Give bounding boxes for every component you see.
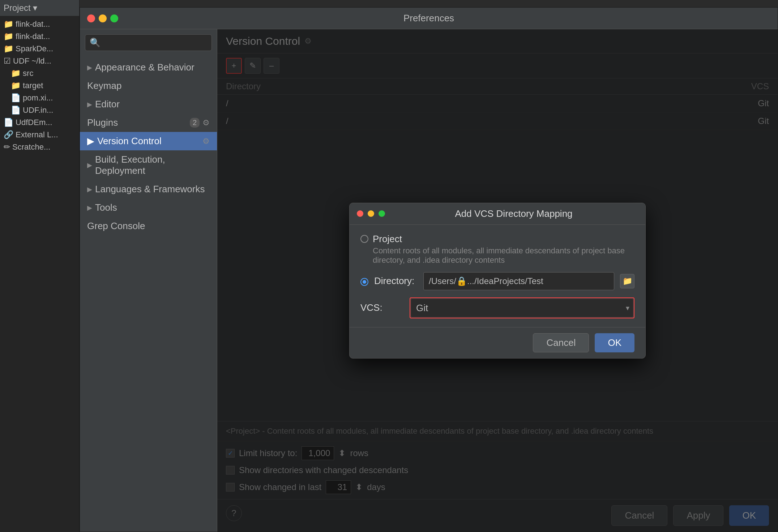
prefs-main: Version Control ⚙ + ✎ – Directory <box>217 29 778 532</box>
dialog-minimize[interactable] <box>368 210 374 217</box>
folder-icon: 📁 <box>623 276 632 286</box>
traffic-lights <box>87 14 118 22</box>
sidebar-item-label: Editor <box>95 99 120 110</box>
vcs-dropdown[interactable]: Git GitHub SVN Mercurial CVS <box>411 299 633 317</box>
dialog-ok-button[interactable]: OK <box>595 333 634 352</box>
sidebar-item-label: Build, Execution, Deployment <box>95 154 210 176</box>
list-item[interactable]: 📄 pom.xi... <box>0 92 79 104</box>
project-radio[interactable] <box>360 235 368 243</box>
close-button[interactable] <box>87 14 95 22</box>
list-item[interactable]: 📄 UDF.in... <box>0 104 79 116</box>
chevron-down-icon: ▾ <box>33 3 37 13</box>
vcs-label: VCS: <box>360 302 404 313</box>
directory-input[interactable] <box>423 272 614 290</box>
sidebar-item-keymap[interactable]: Keymap <box>80 77 217 95</box>
vcs-select-container: Git GitHub SVN Mercurial CVS ▾ <box>410 297 634 318</box>
project-sidebar: Project ▾ 📁 flink-dat... 📁 flink-dat... … <box>0 0 80 532</box>
directory-field-row: Directory: 📁 <box>360 272 634 290</box>
dialog-close[interactable] <box>357 210 363 217</box>
dialog-body: Project Content roots of all modules, al… <box>350 225 645 327</box>
dialog-cancel-button[interactable]: Cancel <box>533 333 589 352</box>
directory-radio[interactable] <box>360 278 368 286</box>
sidebar-item-languages[interactable]: Languages & Frameworks <box>80 180 217 198</box>
sidebar-item-appearance[interactable]: Appearance & Behavior <box>80 58 217 77</box>
sidebar-item-label: Tools <box>95 202 117 213</box>
project-description: Content roots of all modules, all immedi… <box>373 246 634 265</box>
sidebar-item-label: Appearance & Behavior <box>95 62 194 73</box>
list-item[interactable]: 📁 target <box>0 80 79 92</box>
settings-icon: ⚙ <box>202 137 210 146</box>
list-item[interactable]: ✏ Scratche... <box>0 141 79 153</box>
dialog-title: Add VCS Directory Mapping <box>389 208 638 219</box>
preferences-window: Preferences Appearance & Behavior Keymap… <box>80 7 778 532</box>
list-item[interactable]: 📄 UdfDEm... <box>0 116 79 129</box>
project-radio-option: Project Content roots of all modules, al… <box>360 233 634 265</box>
add-vcs-dialog: Add VCS Directory Mapping Project Conten… <box>349 203 646 359</box>
project-option-content: Project Content roots of all modules, al… <box>373 233 634 265</box>
sidebar-item-label: Plugins <box>87 117 118 128</box>
prefs-title: Preferences <box>403 13 454 23</box>
sidebar-item-plugins[interactable]: Plugins 2 ⚙ <box>80 113 217 132</box>
prefs-nav: Appearance & Behavior Keymap Editor Plug… <box>80 56 217 532</box>
prefs-body: Appearance & Behavior Keymap Editor Plug… <box>80 29 778 532</box>
sidebar-item-label: Grep Console <box>87 220 145 232</box>
list-item[interactable]: 🔗 External L... <box>0 129 79 141</box>
project-label: Project <box>373 233 634 245</box>
minimize-button[interactable] <box>99 14 107 22</box>
browse-button[interactable]: 📁 <box>620 274 634 288</box>
prefs-titlebar: Preferences <box>80 8 778 29</box>
dialog-titlebar: Add VCS Directory Mapping <box>350 203 645 225</box>
prefs-sidebar: Appearance & Behavior Keymap Editor Plug… <box>80 29 217 532</box>
ide-background: Project ▾ 📁 flink-dat... 📁 flink-dat... … <box>0 0 778 532</box>
expand-icon: ▶ <box>87 136 94 147</box>
directory-label: Directory: <box>374 275 418 287</box>
list-item[interactable]: 📁 src <box>0 67 79 80</box>
dialog-maximize[interactable] <box>379 210 385 217</box>
sidebar-item-tools[interactable]: Tools <box>80 198 217 217</box>
list-item[interactable]: 📁 SparkDe... <box>0 43 79 55</box>
dialog-footer: Cancel OK <box>350 327 645 358</box>
project-header: Project ▾ <box>0 0 79 16</box>
list-item[interactable]: 📁 flink-dat... <box>0 18 79 30</box>
sidebar-item-label: Languages & Frameworks <box>95 184 205 195</box>
list-item[interactable]: ☑ UDF ~/ld... <box>0 55 79 67</box>
list-item[interactable]: 📁 flink-dat... <box>0 30 79 43</box>
maximize-button[interactable] <box>110 14 118 22</box>
plugins-badge: 2 <box>190 118 200 128</box>
sidebar-item-version-control[interactable]: ▶ Version Control ⚙ <box>80 132 217 150</box>
sidebar-item-label: Version Control <box>97 136 162 147</box>
sidebar-item-build[interactable]: Build, Execution, Deployment <box>80 150 217 180</box>
search-container <box>80 29 217 56</box>
sidebar-item-grep-console[interactable]: Grep Console <box>80 217 217 235</box>
project-items: 📁 flink-dat... 📁 flink-dat... 📁 SparkDe.… <box>0 16 79 155</box>
sidebar-item-editor[interactable]: Editor <box>80 95 217 113</box>
vcs-field-row: VCS: Git GitHub SVN Mercurial CVS <box>360 297 634 318</box>
project-title: Project <box>4 3 31 13</box>
settings-icon: ⚙ <box>202 118 210 128</box>
sidebar-item-label: Keymap <box>87 80 121 91</box>
search-input[interactable] <box>85 34 212 51</box>
dialog-overlay: Add VCS Directory Mapping Project Conten… <box>217 29 778 532</box>
